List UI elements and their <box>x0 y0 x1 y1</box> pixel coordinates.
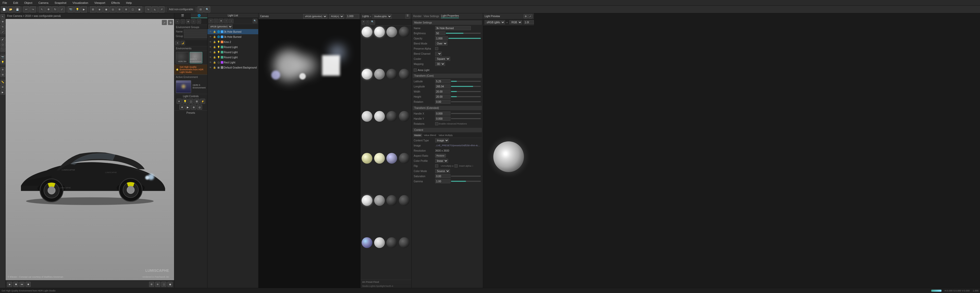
rotation-slider[interactable] <box>451 101 481 102</box>
height-slider[interactable] <box>451 96 481 97</box>
light-sphere-7[interactable] <box>399 69 410 80</box>
snap-button[interactable]: ⊕ <box>155 282 160 287</box>
grid-button[interactable]: ⊞ <box>149 282 154 287</box>
shade-button[interactable]: ◼ <box>167 282 172 287</box>
viewport-fullscreen[interactable]: ⤢ <box>162 20 167 25</box>
tool-e[interactable]: ⊕ <box>116 6 123 13</box>
handle-y-input[interactable] <box>435 117 450 121</box>
brightness-slider[interactable] <box>446 33 481 34</box>
light-sphere-12[interactable] <box>362 153 372 163</box>
lights-search[interactable]: 🔍 <box>370 20 375 25</box>
tree-item-2[interactable]: 👁 🔒 💡 Kino 2 <box>207 39 258 45</box>
wire-button[interactable]: ◻ <box>161 282 166 287</box>
left-fill[interactable]: ⬛ <box>0 47 5 52</box>
left-rotate[interactable]: ↻ <box>0 24 5 29</box>
transform-ext-header[interactable]: Transform (Extended) <box>413 106 482 110</box>
zoom-fit[interactable]: ⊟ <box>197 6 204 13</box>
hdri-del[interactable]: - <box>180 19 185 24</box>
camera-button[interactable]: 📷 <box>68 6 74 13</box>
lp-channel[interactable]: RGB(A) <box>509 20 522 24</box>
play-button[interactable]: ▶ <box>7 282 12 287</box>
height-input[interactable] <box>435 94 450 99</box>
hq-env-banner[interactable]: ⭐ Get High Quality Environment from HDR … <box>174 65 207 75</box>
canvas-value[interactable] <box>346 14 359 19</box>
light-sphere-2[interactable] <box>387 27 397 37</box>
eye-icon-0[interactable]: 👁 <box>208 30 212 33</box>
stop-button[interactable]: ⏹ <box>13 282 18 287</box>
move-button[interactable]: ✥ <box>45 6 52 13</box>
lc-btn-9[interactable]: ◎ <box>197 104 202 110</box>
light-sphere-3[interactable] <box>399 27 410 37</box>
unmultiply-check[interactable] <box>455 164 458 168</box>
lc-btn-4[interactable]: ⊞ <box>194 99 199 104</box>
saturation-slider[interactable] <box>451 176 481 177</box>
hdri-down[interactable]: ↓ <box>197 19 201 24</box>
flip-check[interactable] <box>435 164 438 168</box>
frame-button[interactable]: ⏭ <box>19 282 24 287</box>
lc-btn-2[interactable]: 💡 <box>183 99 188 104</box>
handle-x-slider[interactable] <box>451 113 481 114</box>
scene-add[interactable]: + <box>208 19 213 23</box>
content-type-select[interactable]: Image <box>435 138 449 142</box>
lc-btn-8[interactable]: ⊕ <box>191 104 196 110</box>
latitude-slider[interactable] <box>451 81 481 82</box>
menu-viewport[interactable]: Viewport <box>94 1 107 5</box>
light-sphere-19[interactable] <box>399 195 410 206</box>
handle-y-slider[interactable] <box>451 118 481 119</box>
hdri-tab-hdri[interactable]: 🌐 <box>191 13 207 18</box>
tool-h[interactable]: ◼ <box>136 6 142 13</box>
color-mode-select[interactable]: Source <box>435 169 450 173</box>
canvas-channel-select[interactable]: RGB(A) <box>329 14 344 19</box>
menu-snapshot[interactable]: Snapshot <box>54 1 67 5</box>
brightness-input[interactable] <box>435 31 445 35</box>
lp-color-profile[interactable]: sRGB (gMonitor) <box>485 20 505 24</box>
content-tab-blend[interactable]: Value Blend <box>423 133 437 137</box>
light-sphere-22[interactable] <box>387 237 397 248</box>
blend-channel-select[interactable] <box>435 52 442 56</box>
menu-help[interactable]: Help <box>125 1 133 5</box>
tree-item-6[interactable]: 👁 🔒 ◻ Rect Light <box>207 60 258 65</box>
gamma-input[interactable] <box>435 179 450 183</box>
undo-button[interactable]: ↩ <box>23 6 29 13</box>
color-select[interactable]: sRGB (gMonitor) <box>208 24 232 29</box>
left-scale[interactable]: ⤢ <box>0 30 5 34</box>
scene-dup[interactable]: ⊕ <box>219 19 223 23</box>
active-env-thumb[interactable] <box>176 80 191 93</box>
eye-icon-3[interactable]: 👁 <box>208 46 212 48</box>
handle-x-input[interactable] <box>435 112 450 115</box>
light-sphere-8[interactable] <box>362 111 372 122</box>
lp-btn-1[interactable]: ⚙ <box>524 14 528 18</box>
scene-up[interactable]: ↑ <box>224 19 228 23</box>
light-sphere-14[interactable] <box>387 153 397 163</box>
transform-core-header[interactable]: Transform (Core) <box>413 74 482 78</box>
menu-object[interactable]: Object <box>23 1 33 5</box>
lc-btn-6[interactable]: ★ <box>180 104 185 110</box>
tool-j[interactable]: ⊾ <box>152 6 158 13</box>
light-sphere-5[interactable] <box>374 69 385 80</box>
gamma-slider[interactable] <box>451 181 481 182</box>
left-view[interactable]: 👁 <box>0 85 5 90</box>
lp-value[interactable] <box>524 20 534 24</box>
lc-btn-5[interactable]: ⚡ <box>200 99 205 104</box>
left-camera[interactable]: 📷 <box>0 55 5 59</box>
menu-visualization[interactable]: Visualization <box>72 1 89 5</box>
menu-camera[interactable]: Camera <box>38 1 49 5</box>
left-erase[interactable]: ◻ <box>0 42 5 47</box>
light-sphere-11[interactable] <box>399 111 410 122</box>
eye-icon-1[interactable]: 👁 <box>208 35 212 38</box>
tree-item-4[interactable]: 👁 🔒 💡 Round Light <box>207 50 258 55</box>
eye-icon-2[interactable]: 👁 <box>208 41 212 43</box>
eye-icon-5[interactable]: 👁 <box>208 56 212 59</box>
lc-btn-1[interactable]: ☀ <box>177 99 182 104</box>
mapping-select[interactable]: 3D <box>435 62 445 66</box>
width-slider[interactable] <box>451 91 481 92</box>
light-sphere-4[interactable] <box>362 69 372 80</box>
left-light[interactable]: 💡 <box>0 60 5 64</box>
lights-menu[interactable]: ☰ <box>405 14 410 19</box>
lp-btn-2[interactable]: ⤢ <box>528 14 532 18</box>
open-button[interactable]: 📂 <box>8 6 14 13</box>
record-button[interactable]: ⏺ <box>25 282 30 287</box>
tool-d[interactable]: ◎ <box>110 6 116 13</box>
eye-icon-4[interactable]: 👁 <box>208 51 212 53</box>
tree-item-5[interactable]: 👁 🔒 💡 Round Light <box>207 55 258 60</box>
